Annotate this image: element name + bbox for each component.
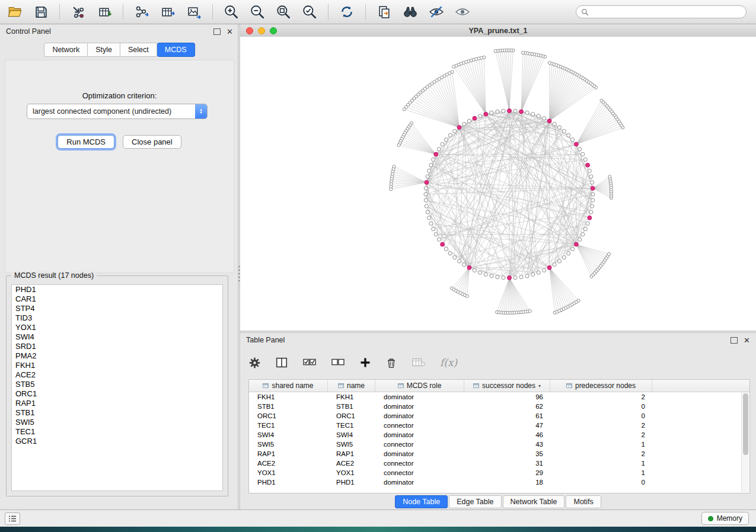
column-header-label: shared name [272, 382, 313, 390]
column-header-name[interactable]: name [328, 380, 375, 392]
zoom-out-button[interactable] [248, 3, 266, 21]
import-network-button[interactable] [69, 3, 87, 21]
mcds-result-item[interactable]: TEC1 [12, 427, 222, 437]
column-header-label: predecessor nodes [575, 382, 636, 390]
table-cell: 18 [464, 479, 550, 486]
mcds-result-item[interactable]: SRD1 [12, 342, 222, 351]
task-history-button[interactable] [5, 512, 20, 525]
clone-network-button[interactable] [375, 3, 393, 21]
mcds-result-list[interactable]: PHD1CAR1STP4TID3YOX1SWI4SRD1PMA2FKH1ACE2… [11, 284, 223, 491]
import-table-icon [97, 5, 112, 20]
float-panel-icon[interactable] [213, 28, 221, 35]
table-cell: 47 [464, 422, 550, 429]
function-builder-button[interactable]: f(x) [440, 357, 457, 368]
mcds-result-group: MCDS result (17 nodes) PHD1CAR1STP4TID3Y… [6, 275, 228, 496]
show-columns-button[interactable] [275, 356, 288, 369]
export-network-button[interactable] [133, 3, 151, 21]
table-row[interactable]: SWI5SWI5connector431 [249, 440, 749, 449]
network-graph[interactable] [240, 37, 755, 329]
export-table-button[interactable] [159, 3, 177, 21]
table-row[interactable]: YOX1YOX1connector291 [249, 468, 749, 477]
tab-style[interactable]: Style [88, 43, 120, 57]
delete-table-button[interactable] [412, 357, 426, 368]
list-icon [8, 515, 17, 522]
table-cell: PHD1 [249, 479, 328, 486]
mcds-result-item[interactable]: ORC1 [12, 389, 222, 399]
mcds-tab-content: Optimization criterion: largest connecte… [5, 60, 234, 273]
column-header-MCDS-role[interactable]: MCDS role [375, 380, 464, 392]
mcds-result-item[interactable]: SWI4 [12, 332, 222, 342]
open-session-button[interactable] [6, 3, 24, 21]
save-session-button[interactable] [32, 3, 50, 21]
zoom-fit-button[interactable] [275, 3, 292, 21]
mcds-result-item[interactable]: STB5 [12, 380, 222, 389]
table-row[interactable]: ORC1ORC1dominator610 [249, 411, 749, 421]
table-cell: 35 [464, 450, 550, 457]
table-row[interactable]: STB1STB1dominator620 [249, 402, 749, 411]
memory-button-label: Memory [717, 514, 742, 523]
close-table-panel-icon[interactable]: ✕ [744, 336, 750, 344]
table-row[interactable]: ACE2ACE2connector311 [249, 459, 749, 468]
table-row[interactable]: SWI4SWI4dominator462 [249, 430, 749, 440]
criterion-dropdown[interactable]: largest connected component (undirected)… [27, 104, 208, 119]
mcds-result-item[interactable]: YOX1 [12, 323, 222, 332]
scrollbar-thumb[interactable] [743, 393, 748, 455]
column-header-shared-name[interactable]: shared name [249, 380, 328, 392]
tab-motifs[interactable]: Motifs [566, 495, 601, 508]
export-image-button[interactable] [185, 3, 203, 21]
column-header-predecessor-nodes[interactable]: predecessor nodes [550, 380, 652, 392]
select-all-columns-button[interactable] [302, 357, 317, 368]
tab-node-table[interactable]: Node Table [395, 495, 448, 508]
table-row[interactable]: TEC1TEC1connector472 [249, 421, 749, 430]
network-canvas[interactable] [240, 37, 756, 331]
create-column-button[interactable] [359, 357, 371, 368]
tab-mcds[interactable]: MCDS [157, 43, 195, 57]
run-mcds-button[interactable]: Run MCDS [58, 135, 114, 149]
memory-button[interactable]: Memory [701, 512, 749, 525]
mcds-result-item[interactable]: RAP1 [12, 399, 222, 408]
close-panel-icon[interactable]: ✕ [227, 28, 233, 36]
search-input[interactable] [592, 7, 741, 17]
table-scrollbar[interactable] [741, 392, 749, 492]
show-all-button[interactable] [454, 3, 471, 21]
network-window-titlebar[interactable]: YPA_prune.txt_1 [240, 24, 756, 37]
search-network-button[interactable] [401, 3, 419, 21]
table-cell: 2 [550, 422, 652, 429]
table-cell: dominator [375, 431, 464, 438]
mcds-result-item[interactable]: TID3 [12, 313, 222, 323]
zoom-in-button[interactable] [222, 3, 240, 21]
close-panel-button[interactable]: Close panel [123, 135, 181, 149]
mcds-result-item[interactable]: STB1 [12, 408, 222, 418]
tab-edge-table[interactable]: Edge Table [449, 495, 501, 508]
mcds-result-item[interactable]: GCR1 [12, 437, 222, 446]
mcds-result-item[interactable]: PMA2 [12, 351, 222, 361]
table-row[interactable]: FKH1FKH1dominator962 [249, 392, 749, 402]
mcds-result-item[interactable]: STP4 [12, 304, 222, 313]
mcds-result-item[interactable]: ACE2 [12, 370, 222, 380]
tab-network[interactable]: Network [44, 43, 88, 57]
zoom-selected-button[interactable] [301, 3, 318, 21]
toolbar-separator [59, 4, 60, 20]
delete-column-button[interactable] [385, 357, 397, 369]
mcds-result-item[interactable]: PHD1 [12, 285, 222, 294]
table-cell: 31 [464, 460, 550, 467]
table-cell: 29 [464, 469, 550, 476]
mcds-result-item[interactable]: CAR1 [12, 294, 222, 304]
mcds-result-item[interactable]: FKH1 [12, 361, 222, 370]
tab-network-table[interactable]: Network Table [503, 495, 565, 508]
table-settings-button[interactable] [248, 357, 261, 369]
hide-selection-button[interactable] [428, 3, 445, 21]
table-cell: 61 [464, 412, 550, 419]
deselect-all-columns-button[interactable] [331, 357, 345, 368]
import-table-button[interactable] [95, 3, 113, 21]
float-table-panel-icon[interactable] [731, 337, 738, 344]
table-row[interactable]: RAP1RAP1dominator352 [249, 449, 749, 459]
mcds-result-item[interactable]: SWI5 [12, 418, 222, 427]
column-header-successor-nodes[interactable]: successor nodes▾ [464, 380, 550, 392]
sort-arrow-icon[interactable]: ▾ [538, 383, 541, 389]
open-folder-icon [7, 4, 23, 20]
table-row[interactable]: PHD1PHD1dominator180 [249, 477, 749, 487]
search-box[interactable] [576, 5, 747, 18]
tab-select[interactable]: Select [120, 43, 157, 57]
refresh-view-button[interactable] [338, 3, 356, 21]
